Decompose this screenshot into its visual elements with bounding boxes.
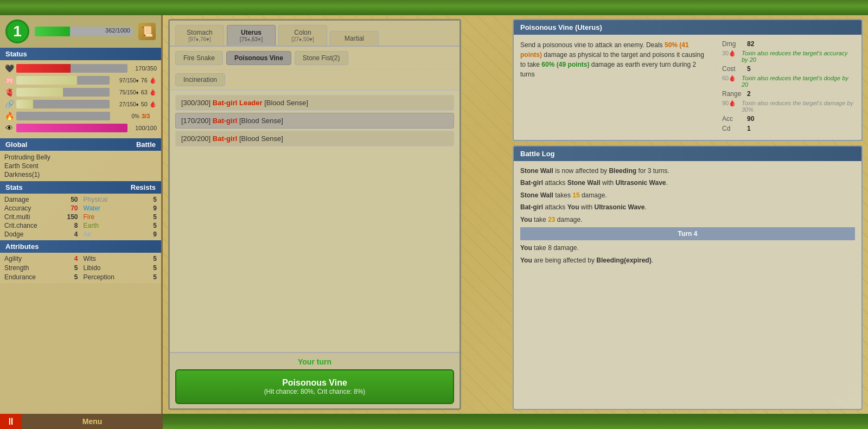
log-line-3: Bat-girl attacks You with Ultrasonic Wav…	[520, 202, 855, 213]
level-number: 1	[13, 23, 22, 40]
action-sub: (Hit chance: 80%, Crit chance: 8%)	[184, 388, 445, 395]
endurance-label: Endurance	[4, 273, 36, 281]
global-label: Global	[5, 140, 27, 149]
resists-label: Resists	[131, 183, 156, 191]
enemy-list: [300/300] Bat-girl Leader [Blood Sense] …	[170, 91, 459, 352]
damage-stat: Damage 50	[4, 196, 78, 203]
attrs-grid: Agility 4 Wits 5 Strength 5 Libido 5 End…	[4, 255, 157, 281]
log-line-1: Bat-girl attacks Stone Wall with Ultraso…	[520, 177, 855, 188]
stat3-bar-fill	[16, 100, 33, 108]
skill-stone-fist[interactable]: Stone Fist(2)	[295, 51, 348, 65]
stat3-row: 🔗 27/150♦ 50 🩸	[4, 99, 157, 109]
strength-attr: Strength 5	[4, 264, 78, 272]
skill-info-panel: Poisonous Vine (Uterus) Send a poisonous…	[513, 19, 863, 141]
log-3-bold3: Ultrasonic Wave	[594, 203, 644, 211]
log-5-bold: You	[520, 244, 532, 252]
dodge-stat: Dodge 4	[4, 230, 78, 238]
subskills-row: Incineration	[170, 70, 459, 91]
physical-label: Physical	[84, 196, 108, 203]
critmulti-label: Crit.multi	[4, 213, 30, 221]
wits-label: Wits	[84, 255, 96, 262]
tab-stomach[interactable]: Stomach [97♦,76♥]	[175, 25, 224, 46]
critmulti-stat: Crit.multi 150	[4, 213, 78, 221]
stats-grid: Damage 50 Physical 5 Accuracy 70 Water 9…	[4, 196, 157, 238]
enemy-2-status: [Blood Sense]	[239, 135, 283, 143]
log-1-bold2: Stone Wall	[567, 179, 601, 187]
log-2-bold: Stone Wall	[520, 191, 553, 199]
tab-colon-sub: [27♦,50♥]	[286, 36, 319, 42]
range-label: Range	[722, 90, 744, 98]
log-line-2: Stone Wall takes 15 damage.	[520, 190, 855, 201]
tab-colon[interactable]: Colon [27♦,50♥]	[278, 25, 327, 46]
skill-fire-snake[interactable]: Fire Snake	[175, 51, 223, 65]
stat1-bar-fill	[16, 76, 77, 85]
icon-button[interactable]: ⏸	[0, 414, 22, 429]
enemy-row-0[interactable]: [300/300] Bat-girl Leader [Blood Sense]	[175, 95, 454, 111]
stats-header: Stats Resists	[0, 181, 161, 194]
stat4-pct: 0%	[112, 113, 139, 119]
left-panel: 1 362/1000 📜 Status 🖤 170/350 🫁 97/150♦ …	[0, 15, 163, 414]
enemy-row-1[interactable]: [170/200] Bat-girl [Blood Sense]	[175, 113, 454, 129]
tab-uterus-sub: [75♦,63♥]	[235, 36, 267, 42]
log-4-damage: 23	[548, 216, 555, 223]
accuracy-stat: Accuracy 70	[4, 204, 78, 212]
skill-poisonous-vine-label: Poisonous Vine	[234, 54, 283, 62]
global-section: Protruding Belly Earth Scent Darkness(1)	[0, 151, 161, 181]
menu-button[interactable]: Menu	[22, 414, 163, 429]
bonus-30-row: 30🩸 Toxin also reduces the target's accu…	[722, 50, 855, 63]
subskill-incineration-label: Incineration	[183, 76, 217, 84]
skill-poisonous-vine[interactable]: Poisonous Vine	[226, 51, 291, 65]
exp-text: 362/1000	[105, 27, 130, 34]
bonus-60-row: 60🩸 Toxin also reduces the target's dodg…	[722, 75, 855, 88]
perception-label: Perception	[84, 273, 114, 281]
log-1-rest2: with	[601, 179, 616, 187]
skill-description: Send a poisonous vine to attack an enemy…	[514, 35, 715, 140]
log-line-6: You are being affected by Bleeding(expir…	[520, 255, 855, 266]
water-label: Water	[84, 204, 101, 212]
agility-label: Agility	[4, 255, 22, 262]
log-2-rest2: damage.	[580, 191, 607, 199]
log-0-rest: is now affected by	[553, 167, 609, 175]
enemy-2-name: Bat-girl	[213, 135, 238, 143]
stat1-end: 76 🩸	[141, 77, 157, 84]
stats-label: Stats	[5, 183, 23, 191]
tab-uterus-label: Uterus	[235, 29, 267, 36]
dmg-row: Dmg 82	[722, 40, 855, 48]
skill-stats-box: Dmg 82 30🩸 Toxin also reduces the target…	[715, 35, 861, 140]
agility-val: 4	[74, 255, 78, 262]
stats-section: Damage 50 Physical 5 Accuracy 70 Water 9…	[0, 194, 161, 240]
status-section: 🖤 170/350 🫁 97/150♦ 76 🩸 🫀 75/150♦ 63 🩸	[0, 60, 161, 138]
critchance-stat: Crit.chance 8	[4, 222, 78, 229]
uterus-icon: 🫀	[4, 87, 14, 97]
action-button[interactable]: Poisonous Vine (Hit chance: 80%, Crit ch…	[175, 369, 454, 404]
tab-martial[interactable]: Martial	[330, 31, 379, 46]
hp-bar-fill	[16, 64, 71, 73]
desc-text-1: Send a poisonous vine to attack an enemy…	[520, 41, 665, 49]
range-val: 2	[747, 90, 761, 98]
skills-row: Fire Snake Poisonous Vine Stone Fist(2)	[170, 47, 459, 70]
stomach-icon: 🫁	[4, 75, 14, 85]
log-line-4: You take 23 damage.	[520, 214, 855, 225]
log-6-bold: You	[520, 257, 532, 264]
log-3-rest: attacks	[543, 203, 567, 211]
exp-bar-container: 362/1000	[35, 27, 133, 36]
tab-martial-label: Martial	[338, 35, 371, 42]
accuracy-val: 70	[71, 204, 78, 212]
level-bar: 1 362/1000 📜	[0, 15, 161, 48]
strength-label: Strength	[4, 264, 29, 272]
physical-resist: Physical 5	[84, 196, 157, 203]
enemy-0-hp: [300/300]	[181, 99, 210, 107]
tab-colon-label: Colon	[286, 29, 319, 36]
enemy-row-2[interactable]: [200/200] Bat-girl [Blood Sense]	[175, 131, 454, 146]
log-6-rest2: .	[652, 257, 653, 264]
acc-row: Acc 90	[722, 115, 855, 123]
cost-label: Cost	[722, 65, 744, 73]
log-0-bold2: Bleeding	[609, 167, 636, 175]
skill-info-header: Poisonous Vine (Uterus)	[514, 20, 861, 35]
earth-val: 5	[153, 222, 157, 229]
subskill-incineration[interactable]: Incineration	[175, 73, 225, 86]
cd-val: 1	[747, 125, 761, 132]
scroll-icon[interactable]: 📜	[138, 23, 156, 40]
tab-uterus[interactable]: Uterus [75♦,63♥]	[227, 25, 276, 46]
log-4-rest: take	[532, 216, 548, 223]
